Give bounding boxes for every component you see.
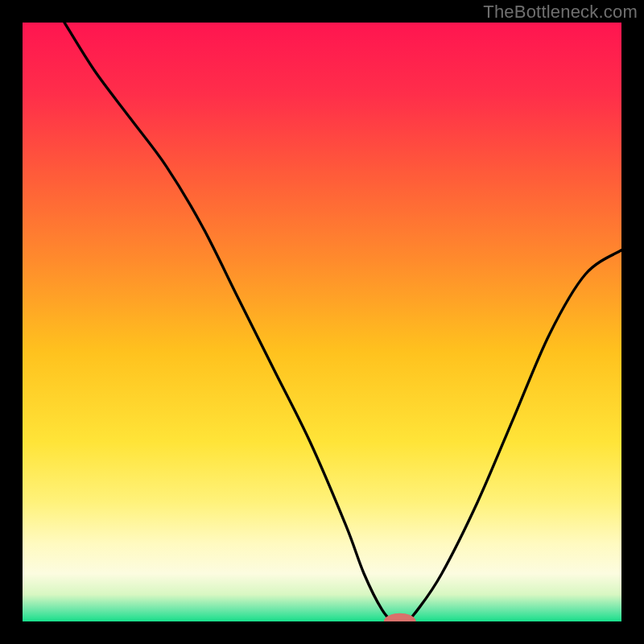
plot-area [23,23,621,621]
watermark-text: TheBottleneck.com [483,2,638,23]
bottleneck-chart [23,23,621,621]
gradient-background [23,23,621,621]
chart-frame: TheBottleneck.com [0,0,644,644]
